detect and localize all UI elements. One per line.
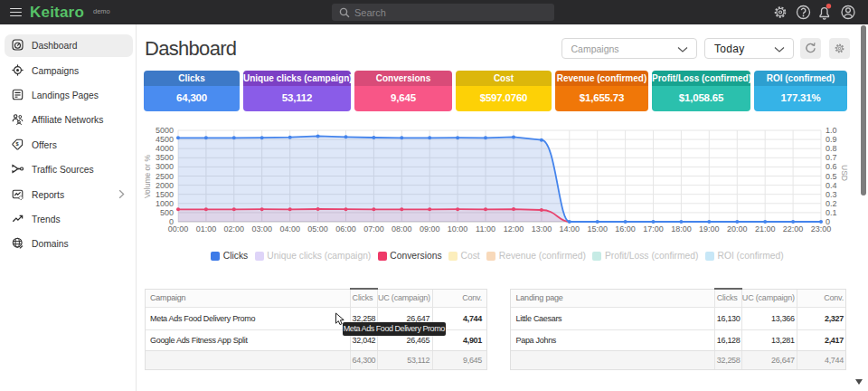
svg-text:0.9: 0.9: [826, 135, 837, 144]
svg-text:3500: 3500: [156, 153, 174, 162]
svg-text:1500: 1500: [156, 190, 174, 199]
svg-text:0.3: 0.3: [826, 190, 837, 199]
svg-text:0.2: 0.2: [826, 199, 837, 208]
svg-text:08:00: 08:00: [392, 224, 412, 234]
svg-text:19:00: 19:00: [699, 224, 720, 234]
svg-text:04:00: 04:00: [279, 224, 300, 234]
svg-text:12:00: 12:00: [504, 224, 524, 234]
svg-text:02:00: 02:00: [224, 224, 245, 234]
svg-text:0.8: 0.8: [826, 144, 837, 153]
svg-text:2000: 2000: [156, 181, 174, 190]
svg-text:0.1: 0.1: [826, 208, 837, 217]
svg-text:4000: 4000: [156, 144, 174, 153]
svg-text:0.7: 0.7: [826, 153, 837, 162]
svg-text:15:00: 15:00: [587, 224, 608, 234]
svg-text:0.6: 0.6: [826, 162, 837, 171]
svg-text:01:00: 01:00: [196, 224, 217, 234]
svg-text:05:00: 05:00: [307, 224, 328, 234]
svg-text:10:00: 10:00: [448, 224, 468, 234]
svg-text:1.0: 1.0: [826, 126, 837, 135]
svg-text:23:00: 23:00: [811, 224, 832, 234]
svg-text:06:00: 06:00: [335, 224, 356, 234]
svg-text:13:00: 13:00: [532, 224, 552, 234]
svg-text:03:00: 03:00: [251, 224, 272, 234]
svg-text:17:00: 17:00: [643, 224, 664, 234]
svg-text:3000: 3000: [156, 162, 174, 171]
svg-text:Volume or %: Volume or %: [143, 154, 152, 198]
svg-text:18:00: 18:00: [671, 224, 692, 234]
svg-text:16:00: 16:00: [615, 224, 636, 234]
svg-text:500: 500: [160, 208, 174, 217]
svg-text:11:00: 11:00: [476, 224, 495, 234]
svg-text:USD: USD: [840, 165, 849, 181]
svg-text:4500: 4500: [156, 135, 174, 144]
svg-text:22:00: 22:00: [783, 224, 804, 234]
svg-text:1000: 1000: [156, 199, 174, 208]
svg-text:0.5: 0.5: [826, 172, 837, 181]
svg-text:0.4: 0.4: [826, 181, 837, 190]
svg-text:5000: 5000: [156, 126, 174, 135]
svg-text:14:00: 14:00: [560, 224, 580, 234]
svg-text:00:00: 00:00: [168, 224, 189, 234]
svg-text:09:00: 09:00: [420, 224, 440, 234]
svg-text:2500: 2500: [156, 172, 174, 181]
svg-text:07:00: 07:00: [363, 224, 384, 234]
svg-text:20:00: 20:00: [727, 224, 748, 234]
svg-text:21:00: 21:00: [755, 224, 776, 234]
